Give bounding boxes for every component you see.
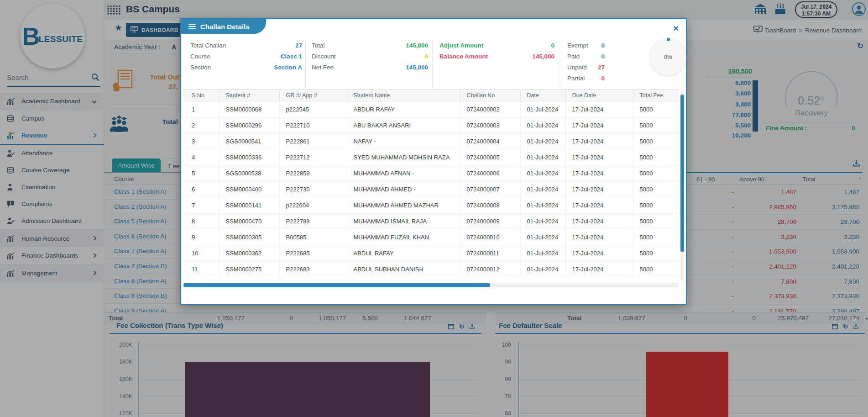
cell-student-name: MUHAMMAD AHMED MAZHAR xyxy=(347,197,460,213)
unpaid-value: 27 xyxy=(574,64,605,71)
cell-total-fee: 5000 xyxy=(633,213,679,229)
divider xyxy=(305,40,306,90)
table-row[interactable]: 11 SSM0000275 P222683 ABDUL SUBHAN DANIS… xyxy=(183,261,679,277)
cell-gr-app-number: p222604 xyxy=(279,197,347,213)
cell-sno: 4 xyxy=(183,149,219,165)
cell-student-name: MUHAMMAD AFNAN - xyxy=(347,165,460,181)
cell-total-fee: 5000 xyxy=(633,165,679,181)
discount-value: 0 xyxy=(355,53,428,60)
course-label: Course xyxy=(190,53,210,60)
horizontal-scrollbar-thumb[interactable] xyxy=(183,283,490,287)
horizontal-scrollbar[interactable] xyxy=(183,283,679,287)
paid-percent-gauge: 0% xyxy=(650,39,686,75)
challan-table-header[interactable]: Student Name xyxy=(347,90,460,101)
cell-date: 01-Jul-2024 xyxy=(520,101,565,117)
modal-title: Challan Details xyxy=(200,23,250,31)
close-icon[interactable]: × xyxy=(673,24,679,33)
gauge-percent: 0% xyxy=(664,54,672,60)
challan-table-header[interactable]: Challan No xyxy=(460,90,520,101)
cell-student-name: NAFAY - xyxy=(347,133,460,149)
cell-student-number: SSM0000296 xyxy=(219,117,279,133)
cell-sno: 9 xyxy=(183,229,219,245)
cell-sno: 8 xyxy=(183,213,219,229)
cell-total-fee: 5000 xyxy=(633,197,679,213)
table-row[interactable]: 5 SGS0000538 P222859 MUHAMMAD AFNAN - 07… xyxy=(183,165,679,181)
table-row[interactable]: 2 SSM0000296 P222710 ABU BAKAR ANSARI 07… xyxy=(183,117,679,133)
table-row[interactable]: 9 SSM0000305 B00585 MUHAMMAD FUZAIL KHAN… xyxy=(183,229,679,245)
cell-gr-app-number: P222685 xyxy=(279,245,347,261)
table-row[interactable]: 10 SSM0000362 P222685 ABDUL RAFAY 072400… xyxy=(183,245,679,261)
cell-challan-no: 0724000002 xyxy=(460,101,520,117)
cell-total-fee: 5000 xyxy=(633,181,679,197)
cell-challan-no: 0724000011 xyxy=(460,245,520,261)
challan-table-header[interactable]: Date xyxy=(520,90,565,101)
challan-details-modal: Challan Details × Total Challan 27 Cours… xyxy=(180,18,687,305)
cell-due-date: 17-Jul-2024 xyxy=(565,117,633,133)
table-row[interactable]: 1 SSM0000068 p222545 ABDUR RAFAY 0724000… xyxy=(183,101,679,117)
challan-table-header[interactable]: S.No xyxy=(183,90,219,101)
section-value[interactable]: Section A xyxy=(245,64,302,71)
total-challan-value: 27 xyxy=(245,42,302,49)
vertical-scrollbar-thumb[interactable] xyxy=(680,95,684,252)
challan-table-header[interactable]: Total Fee xyxy=(633,90,679,101)
cell-student-number: SSM0000470 xyxy=(219,213,279,229)
course-value[interactable]: Class 1 xyxy=(245,53,302,60)
cell-challan-no: 0724000008 xyxy=(460,197,520,213)
challan-table-header[interactable]: Due Date xyxy=(565,90,633,101)
cell-total-fee: 5000 xyxy=(633,261,679,277)
cell-due-date: 17-Jul-2024 xyxy=(565,245,633,261)
cell-gr-app-number: P222730 xyxy=(279,181,347,197)
cell-student-name: ABDUL SUBHAN DANISH xyxy=(347,261,460,277)
partial-value: 0 xyxy=(574,75,605,82)
vertical-scrollbar[interactable] xyxy=(680,90,684,281)
cell-sno: 3 xyxy=(183,133,219,149)
cell-sno: 11 xyxy=(183,261,219,277)
cell-total-fee: 5000 xyxy=(633,133,679,149)
cell-gr-app-number: P222683 xyxy=(279,261,347,277)
total-challan-label: Total Challan xyxy=(190,42,226,49)
cell-due-date: 17-Jul-2024 xyxy=(565,133,633,149)
table-row[interactable]: 4 SSM0000336 P222712 SYED MUHAMMAD MOHSI… xyxy=(183,149,679,165)
table-row[interactable]: 8 SSM0000470 P222788 MUHAMMAD ISMAIL RAJ… xyxy=(183,213,679,229)
adjust-amount-value: 0 xyxy=(482,42,554,49)
challan-table-header[interactable]: Student # xyxy=(219,90,279,101)
cell-student-name: SYED MUHAMMAD MOHSIN RAZA xyxy=(347,149,460,165)
cell-challan-no: 0724000003 xyxy=(460,117,520,133)
cell-student-number: SSM0000336 xyxy=(219,149,279,165)
cell-student-number: SSM0000400 xyxy=(219,181,279,197)
table-row[interactable]: 7 SSM0000141 p222604 MUHAMMAD AHMED MAZH… xyxy=(183,197,679,213)
cell-gr-app-number: P222859 xyxy=(279,165,347,181)
cell-due-date: 17-Jul-2024 xyxy=(565,101,633,117)
cell-student-number: SSM0000141 xyxy=(219,197,279,213)
cell-date: 01-Jul-2024 xyxy=(520,229,565,245)
cell-gr-app-number: P222710 xyxy=(279,117,347,133)
table-row[interactable]: 6 SSM0000400 P222730 MUHAMMAD AHMED - 07… xyxy=(183,181,679,197)
cell-date: 01-Jul-2024 xyxy=(520,245,565,261)
modal-title-tab: Challan Details xyxy=(181,19,266,34)
cell-student-name: MUHAMMAD ISMAIL RAJA xyxy=(347,213,460,229)
cell-challan-no: 0724000006 xyxy=(460,165,520,181)
exempt-value: 0 xyxy=(574,42,605,49)
cell-total-fee: 5000 xyxy=(633,245,679,261)
hamburger-icon[interactable] xyxy=(188,22,196,31)
cell-sno: 10 xyxy=(183,245,219,261)
table-row[interactable]: 3 SGS0000541 P222861 NAFAY - 0724000004 … xyxy=(183,133,679,149)
cell-student-name: ABDUR RAFAY xyxy=(347,101,460,117)
cell-due-date: 17-Jul-2024 xyxy=(565,213,633,229)
cell-student-number: SGS0000538 xyxy=(219,165,279,181)
challan-table-header[interactable]: GR #/ App # xyxy=(279,90,347,101)
balance-amount-value: 145,000 xyxy=(482,53,554,60)
cell-due-date: 17-Jul-2024 xyxy=(565,165,633,181)
cell-sno: 6 xyxy=(183,181,219,197)
cell-gr-app-number: P222788 xyxy=(279,213,347,229)
section-label: Section xyxy=(190,64,211,71)
total-value: 145,000 xyxy=(355,42,428,49)
cell-sno: 7 xyxy=(183,197,219,213)
cell-date: 01-Jul-2024 xyxy=(520,133,565,149)
cell-student-name: ABU BAKAR ANSARI xyxy=(347,117,460,133)
cell-challan-no: 0724000009 xyxy=(460,213,520,229)
app-screen: B LESSUITE Academic Dashboard Campus Rev… xyxy=(0,0,868,417)
cell-due-date: 17-Jul-2024 xyxy=(565,197,633,213)
balance-amount-label: Balance Amount xyxy=(439,53,488,60)
discount-label: Discount xyxy=(312,53,336,60)
